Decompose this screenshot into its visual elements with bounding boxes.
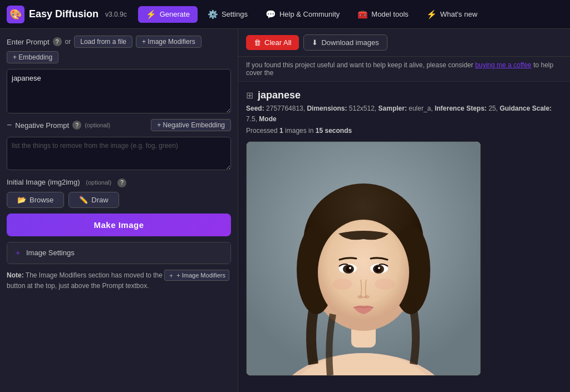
brand-title: Easy Diffusion [29, 8, 99, 20]
main-layout: Enter Prompt ? or Load from a file + Ima… [0, 29, 570, 392]
coffee-notice-pre: If you found this project useful and wan… [246, 61, 475, 69]
grid-icon: ⊞ [246, 90, 253, 101]
seed-label: Seed: [246, 105, 264, 112]
result-meta: Seed: 2757764813, Dimensions: 512x512, S… [246, 103, 562, 125]
negative-prompt-header: − Negative Prompt ? (optional) + Negativ… [7, 119, 231, 131]
coffee-link[interactable]: buying me a coffee [475, 61, 532, 69]
seed-value: 2757764813 [266, 105, 303, 112]
guidance-label: Guidance Scale: [500, 105, 552, 112]
negative-optional-tag: (optional) [85, 122, 110, 128]
result-title: japanese [258, 90, 301, 101]
nav-settings[interactable]: ⚙️ Settings [200, 6, 255, 23]
note-section: Note: The Image Modifiers section has mo… [7, 270, 231, 291]
inference-value: 25 [489, 105, 496, 112]
coffee-notice: If you found this project useful and wan… [238, 57, 570, 82]
prompt-label: Enter Prompt [7, 38, 50, 46]
note-highlight-icon: ＋ [168, 271, 174, 280]
dimensions-value: 512x512 [349, 105, 375, 112]
negative-collapse-button[interactable]: − [7, 120, 12, 130]
left-panel: Enter Prompt ? or Load from a file + Ima… [0, 29, 238, 392]
right-panel: 🗑 Clear All ⬇ Download images If you fou… [238, 29, 570, 392]
prompt-help-icon[interactable]: ? [53, 37, 62, 46]
help-icon: 💬 [266, 9, 276, 19]
settings-icon: ⚙️ [208, 9, 218, 19]
dimensions-label: Dimensions: [307, 105, 347, 112]
generate-icon: ⚡ [146, 9, 156, 19]
init-image-buttons: 📂 Browse ✏️ Draw [7, 192, 231, 208]
nav-help-label: Help & Community [279, 10, 340, 18]
svg-point-19 [332, 279, 352, 290]
processed-label: Processed [246, 127, 278, 135]
whats-new-icon: ⚡ [426, 9, 437, 19]
note-highlight-text: + Image Modifiers [176, 271, 225, 280]
svg-point-15 [375, 266, 381, 272]
clear-all-label: Clear All [264, 38, 291, 47]
svg-point-12 [349, 267, 351, 269]
prompt-input[interactable] [7, 69, 231, 113]
brand: 🎨 Easy Diffusion v3.0.9c [7, 6, 127, 23]
nav-settings-label: Settings [222, 10, 248, 18]
svg-point-16 [378, 267, 380, 269]
load-from-button[interactable]: Load from a file [74, 36, 132, 48]
processed-unit: images in [285, 127, 313, 135]
negative-embedding-button[interactable]: + Negative Embedding [151, 119, 231, 131]
sampler-value: euler_a [409, 105, 431, 112]
make-image-button[interactable]: Make Image [7, 214, 231, 236]
negative-help-icon[interactable]: ? [72, 121, 81, 130]
download-label: Download images [321, 38, 379, 47]
nav-help[interactable]: 💬 Help & Community [258, 6, 347, 23]
svg-point-17 [357, 295, 363, 299]
init-image-optional: (optional) [86, 179, 111, 186]
note-bold: Note: [7, 271, 24, 279]
init-image-section: Initial Image (img2img) (optional) ? 📂 B… [7, 178, 231, 208]
or-text: or [65, 38, 71, 46]
image-settings-header[interactable]: ＋ Image Settings [7, 242, 230, 264]
generated-portrait-svg [247, 142, 480, 375]
svg-point-18 [364, 295, 370, 299]
browse-icon: 📂 [17, 196, 26, 204]
init-image-help-icon[interactable]: ? [117, 178, 126, 187]
browse-label: Browse [30, 196, 53, 204]
note-highlight: ＋ + Image Modifiers [164, 270, 229, 281]
svg-point-20 [375, 279, 395, 290]
note-text1: The Image Modifiers section has moved to… [26, 271, 164, 279]
init-image-label: Initial Image (img2img) (optional) ? [7, 178, 231, 187]
guidance-value: 7.5 [246, 115, 255, 123]
result-area: ⊞ japanese Seed: 2757764813, Dimensions:… [238, 82, 570, 392]
negative-prompt-label: Negative Prompt [15, 121, 69, 130]
nav-generate[interactable]: ⚡ Generate [138, 6, 198, 23]
clear-all-button[interactable]: 🗑 Clear All [246, 35, 299, 50]
nav-model-tools-label: Model tools [371, 10, 408, 18]
prompt-header: Enter Prompt ? or Load from a file + Ima… [7, 36, 231, 63]
trash-icon: 🗑 [254, 38, 261, 47]
result-title-row: ⊞ japanese [246, 90, 562, 101]
result-processed: Processed 1 images in 15 seconds [246, 127, 562, 135]
image-settings-section: ＋ Image Settings [7, 242, 231, 264]
image-modifiers-button[interactable]: + Image Modifiers [136, 36, 202, 48]
model-label: Mode [259, 115, 276, 123]
embedding-button[interactable]: + Embedding [7, 51, 58, 63]
processed-count: 1 [279, 127, 283, 135]
result-image [247, 142, 480, 375]
negative-prompt-input[interactable] [7, 137, 231, 170]
nav-whats-new[interactable]: ⚡ What's new [419, 6, 485, 23]
inference-label: Inference Steps: [435, 105, 487, 112]
download-icon: ⬇ [312, 38, 318, 47]
image-settings-plus-icon: ＋ [14, 248, 22, 258]
svg-point-11 [346, 266, 352, 272]
draw-icon: ✏️ [79, 196, 88, 204]
draw-button[interactable]: ✏️ Draw [68, 192, 119, 208]
result-image-container [246, 141, 481, 376]
sampler-label: Sampler: [379, 105, 407, 112]
brand-version: v3.0.9c [105, 11, 127, 18]
download-button[interactable]: ⬇ Download images [303, 34, 387, 51]
brand-icon: 🎨 [9, 8, 22, 21]
draw-label: Draw [91, 196, 108, 204]
nav-model-tools[interactable]: 🧰 Model tools [350, 6, 416, 23]
nav-whats-new-label: What's new [440, 10, 478, 18]
note-text2: button at the top, just above the Prompt… [7, 282, 149, 290]
model-tools-icon: 🧰 [357, 9, 368, 19]
navbar: 🎨 Easy Diffusion v3.0.9c ⚡ Generate ⚙️ S… [0, 0, 570, 29]
browse-button[interactable]: 📂 Browse [7, 192, 64, 208]
init-image-label-text: Initial Image (img2img) [7, 178, 80, 186]
